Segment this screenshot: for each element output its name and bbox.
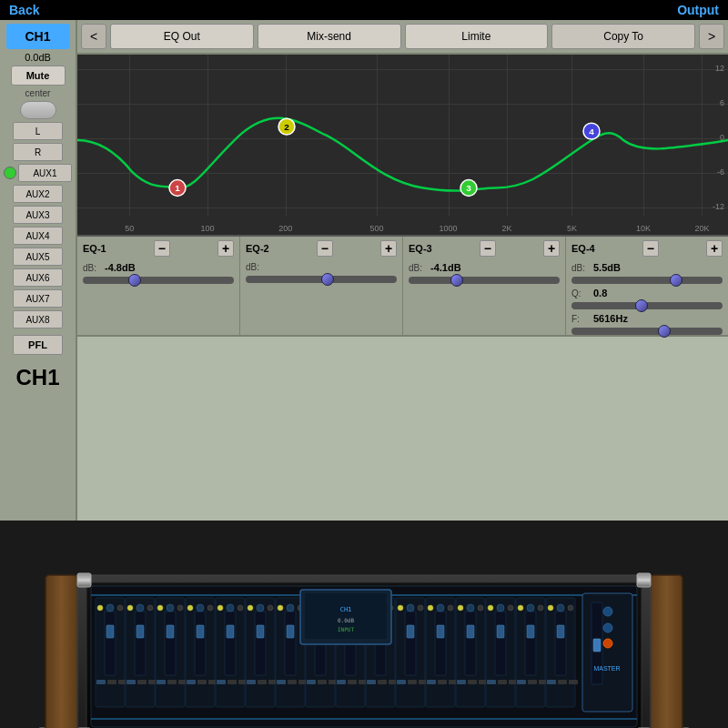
- eq4-plus[interactable]: +: [706, 240, 723, 257]
- svg-text:3: 3: [466, 184, 471, 194]
- eq4-minus[interactable]: −: [642, 240, 659, 257]
- ui-area: CH1 0.0dB Mute center L R AUX1 AUX2 AUX3…: [0, 20, 728, 521]
- eq-graph: 12 6 0 -6 -12 50 100 200 500 1000 2K 5K …: [77, 55, 728, 237]
- svg-rect-30: [107, 680, 116, 684]
- svg-rect-18: [46, 575, 77, 728]
- eq-4-section: EQ-4 − + dB: 5.5dB Q: 0.8: [566, 237, 728, 335]
- eq4-f-label: F:: [571, 314, 590, 324]
- next-button[interactable]: >: [699, 24, 724, 49]
- toolbar: < EQ Out Mix-send Limite Copy To >: [77, 20, 728, 55]
- svg-point-28: [117, 605, 123, 611]
- svg-point-42: [603, 639, 612, 648]
- svg-text:CH1: CH1: [340, 606, 352, 613]
- mix-send-button[interactable]: Mix-send: [258, 24, 401, 49]
- eq3-thumb[interactable]: [450, 274, 463, 287]
- svg-text:MASTER: MASTER: [593, 665, 620, 672]
- route-AUX3[interactable]: AUX3: [13, 206, 63, 224]
- route-AUX6[interactable]: AUX6: [13, 268, 63, 287]
- eq4-f-thumb[interactable]: [658, 325, 671, 338]
- svg-rect-19: [651, 575, 682, 728]
- eq4-q-label: Q:: [571, 288, 590, 298]
- eq1-db-value: -4.8dB: [105, 262, 136, 273]
- eq1-slider[interactable]: [83, 277, 234, 284]
- route-AUX7[interactable]: AUX7: [13, 289, 63, 308]
- eq1-thumb[interactable]: [128, 274, 141, 287]
- svg-point-40: [603, 607, 612, 616]
- eq4-q-row: Q: 0.8: [571, 288, 723, 298]
- eq4-db-label: dB:: [571, 263, 590, 273]
- mute-button[interactable]: Mute: [11, 66, 66, 86]
- eq2-thumb[interactable]: [321, 273, 334, 286]
- eq3-slider[interactable]: [409, 277, 560, 284]
- eq1-db-row: dB: -4.8dB: [83, 262, 234, 273]
- pan-knob[interactable]: [20, 101, 56, 119]
- pan-label: center: [25, 88, 51, 98]
- eq4-db-value: 5.5dB: [593, 262, 621, 273]
- eq3-plus[interactable]: +: [543, 240, 560, 257]
- route-AUX2[interactable]: AUX2: [13, 185, 63, 203]
- db-value: 0.0dB: [25, 52, 51, 63]
- svg-rect-25: [106, 625, 114, 638]
- eq4-db-slider[interactable]: [571, 277, 723, 284]
- eq4-label: EQ-4: [571, 243, 595, 254]
- top-bar: Back Output: [0, 0, 728, 20]
- channel-name-large: CH1: [15, 365, 59, 390]
- svg-rect-24: [105, 612, 116, 675]
- svg-text:4: 4: [589, 126, 594, 136]
- eq1-label: EQ-1: [83, 243, 106, 254]
- aux1-row: AUX1: [4, 164, 72, 182]
- eq3-db-row: dB: -4.1dB: [409, 262, 560, 273]
- eq1-minus[interactable]: −: [154, 240, 170, 257]
- back-button[interactable]: Back: [9, 3, 39, 17]
- content-area: < EQ Out Mix-send Limite Copy To > 12 6 …: [77, 20, 728, 521]
- route-AUX8[interactable]: AUX8: [13, 310, 63, 329]
- eq-1-section: EQ-1 − + dB: -4.8dB: [77, 237, 240, 335]
- route-AUX1[interactable]: AUX1: [18, 164, 72, 182]
- svg-point-26: [106, 604, 114, 612]
- eq1-db-label: dB:: [83, 263, 101, 273]
- route-R[interactable]: R: [13, 143, 63, 161]
- sidebar: CH1 0.0dB Mute center L R AUX1 AUX2 AUX3…: [0, 20, 77, 521]
- svg-rect-29: [96, 680, 106, 684]
- route-L[interactable]: L: [13, 122, 63, 140]
- eq-3-section: EQ-3 − + dB: -4.1dB: [403, 237, 566, 335]
- svg-text:INPUT: INPUT: [338, 626, 354, 632]
- eq4-f-slider[interactable]: [571, 328, 723, 335]
- mixer-console-svg: CH1 0.0dB INPUT MASTER DIGITAL MIXING CO…: [18, 521, 710, 728]
- eq3-db-label: dB:: [409, 263, 427, 273]
- eq2-plus[interactable]: +: [380, 240, 397, 257]
- svg-text:1: 1: [175, 184, 180, 194]
- eq2-slider[interactable]: [246, 276, 397, 283]
- aux1-indicator: [4, 167, 16, 179]
- eq1-plus[interactable]: +: [217, 240, 234, 257]
- eq2-db-label: dB:: [246, 262, 264, 272]
- eq2-db-row: dB:: [246, 262, 397, 272]
- prev-button[interactable]: <: [81, 24, 106, 49]
- eq4-db-thumb[interactable]: [670, 274, 682, 287]
- eq3-db-value: -4.1dB: [430, 262, 461, 273]
- eq4-db-row: dB: 5.5dB: [571, 262, 723, 273]
- eq-out-button[interactable]: EQ Out: [110, 24, 254, 49]
- route-AUX5[interactable]: AUX5: [13, 248, 63, 266]
- eq2-minus[interactable]: −: [317, 240, 333, 257]
- svg-text:2: 2: [284, 122, 289, 132]
- limite-button[interactable]: Limite: [405, 24, 549, 49]
- svg-rect-39: [593, 639, 601, 652]
- svg-text:0.0dB: 0.0dB: [338, 617, 354, 623]
- svg-rect-44: [77, 573, 91, 587]
- eq3-minus[interactable]: −: [480, 240, 496, 257]
- svg-point-41: [603, 623, 612, 632]
- copy-to-button[interactable]: Copy To: [551, 24, 695, 49]
- pfl-button[interactable]: PFL: [13, 335, 63, 355]
- eq3-label: EQ-3: [409, 243, 432, 254]
- eq4-q-slider[interactable]: [571, 302, 723, 309]
- output-label: Output: [677, 3, 719, 17]
- svg-point-27: [97, 605, 103, 611]
- eq4-q-thumb[interactable]: [635, 299, 648, 312]
- channel-badge: CH1: [6, 24, 70, 49]
- eq4-f-value: 5616Hz: [593, 313, 628, 324]
- eq-controls: EQ-1 − + dB: -4.8dB EQ-2 − +: [77, 237, 728, 337]
- eq4-q-value: 0.8: [593, 288, 607, 298]
- route-AUX4[interactable]: AUX4: [13, 227, 63, 245]
- svg-rect-45: [637, 573, 651, 587]
